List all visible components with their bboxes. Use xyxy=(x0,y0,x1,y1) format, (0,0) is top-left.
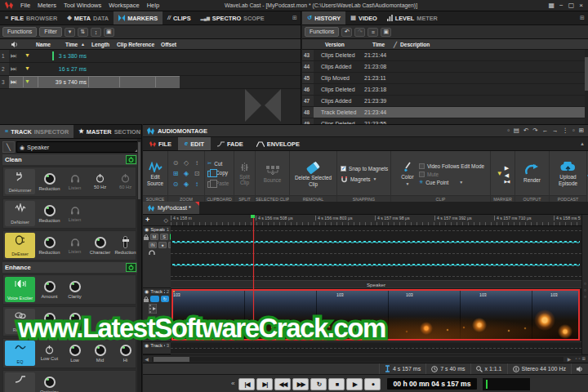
forward-button[interactable]: ▶▶ xyxy=(292,378,309,390)
col-offset[interactable]: Offset xyxy=(161,42,176,47)
panel-options-icon[interactable]: ⊞ xyxy=(577,11,588,24)
lock-icon[interactable] xyxy=(144,234,149,240)
solo-button[interactable]: S xyxy=(160,234,168,240)
color-dropdown[interactable]: Color ▼ xyxy=(398,162,417,186)
history-row[interactable]: 44 Clips Added 21:23:08 xyxy=(302,61,588,73)
cut-button[interactable]: ✂Cut xyxy=(207,161,222,167)
col-time[interactable]: Time xyxy=(372,42,385,47)
ribbon-tab-edit[interactable]: e EDIT xyxy=(178,137,211,150)
col-time[interactable]: Time xyxy=(65,42,78,47)
zoom-in-icon[interactable]: ○ xyxy=(584,282,586,286)
stop-button[interactable]: ■ xyxy=(328,378,345,390)
rewind-button[interactable]: ◀◀ xyxy=(274,378,291,390)
marker-pair-icon[interactable]: ▶◀ xyxy=(505,180,510,184)
history-scrollbar[interactable] xyxy=(585,50,588,124)
playhead-marker[interactable] xyxy=(251,215,255,218)
marker-triangle-icon[interactable]: ▼ xyxy=(24,65,30,71)
ribbon-tab-envelope[interactable]: ENVELOPE xyxy=(250,137,306,150)
clean-power-icon[interactable] xyxy=(126,155,136,164)
dehummer-50hz-toggle[interactable]: 50 Hz xyxy=(87,174,113,189)
audio-format-status[interactable]: Stereo 44 100 Hz xyxy=(507,363,571,374)
record-button[interactable]: ● xyxy=(364,378,381,390)
zoom-ratio-status[interactable]: x 1:1.1 xyxy=(470,363,507,374)
clean-section-header[interactable]: Clean xyxy=(2,154,139,165)
tab-level-meter[interactable]: LEVELMETER xyxy=(382,11,443,24)
close-icon[interactable]: × xyxy=(579,2,583,9)
col-clip-reference[interactable]: Clip Reference xyxy=(117,42,154,47)
tab-clips[interactable]: // CLIPS xyxy=(163,11,196,24)
video-refresh-button[interactable]: ↻ xyxy=(161,296,170,302)
customize-icon[interactable]: ▣ xyxy=(104,28,114,37)
functions-button[interactable]: Functions xyxy=(305,27,339,37)
zoom-selection-icon[interactable]: ⊙ xyxy=(173,160,179,167)
zoom-area-icon[interactable]: ◈ xyxy=(184,171,189,177)
tab-spectroscope[interactable]: ▂▄▆ SPECTROSCOPE xyxy=(196,11,270,24)
voice-exciter-toggle[interactable]: Voice Exciter xyxy=(5,277,35,302)
ribbon-tab-file[interactable]: FILE xyxy=(143,137,178,150)
redo-icon[interactable]: ↷ xyxy=(532,127,537,134)
zoom-reset-icon[interactable]: ↕ xyxy=(195,160,198,167)
col-name[interactable]: Name xyxy=(36,42,51,47)
dehummer-listen-button[interactable]: Listen xyxy=(62,174,87,190)
menu-more-icon[interactable]: ⋮ xyxy=(563,127,569,134)
zoom-fit-icon[interactable]: ○ xyxy=(584,295,586,299)
col-description[interactable]: Description xyxy=(400,42,430,47)
paste-button[interactable]: Paste xyxy=(207,179,229,188)
ribbon-tab-fade[interactable]: FADE xyxy=(211,137,250,150)
history-row[interactable]: 45 Clip Moved 21:23:11 xyxy=(302,73,588,84)
input-button[interactable]: IN xyxy=(149,242,157,248)
eq-lowcut-toggle[interactable]: Low Cut xyxy=(37,345,62,361)
cue-point-dropdown[interactable]: ✳ Cue Point ▼ xyxy=(419,180,463,185)
zoom-out-icon[interactable]: ○ xyxy=(584,288,586,292)
layout-icon[interactable]: ⊞ xyxy=(579,127,584,134)
tab-meta-data[interactable]: ◆ METADATA xyxy=(62,11,114,24)
track-state-icon[interactable]: ◉ xyxy=(145,227,149,232)
edit-target-icon[interactable]: ╲ xyxy=(2,141,15,153)
minimize-icon[interactable]: − xyxy=(559,2,564,9)
ribbon-collapse-icon[interactable]: ▴ xyxy=(577,137,588,150)
marker-row[interactable]: 1 |▶▶| ▼ 3 s 380 ms xyxy=(0,50,301,63)
zoom-magnify-icon[interactable]: ⊙ xyxy=(173,181,179,188)
audition-column-icon[interactable] xyxy=(11,42,17,47)
zoom-audio-icon[interactable]: ◈ xyxy=(184,181,189,188)
edit-source-button[interactable]: Edit Source xyxy=(144,162,167,186)
menu-tool-windows[interactable]: Tool Windows xyxy=(64,2,101,9)
restore-icon[interactable]: ▢ xyxy=(568,2,575,9)
track-state-icon[interactable]: ◉ xyxy=(145,289,149,294)
history-row[interactable]: 48 Track Deleted 21:23:44 xyxy=(302,107,588,118)
delete-selected-clip-button[interactable]: Delete Selected Clip xyxy=(292,161,335,187)
eq-toggle[interactable]: EQ xyxy=(5,341,35,366)
copy-button[interactable]: Copy xyxy=(207,168,228,177)
undo-icon[interactable]: ↶ xyxy=(341,28,352,37)
scrollbar-thumb[interactable] xyxy=(154,357,189,362)
track4-lane[interactable] xyxy=(171,342,581,354)
tab-history[interactable]: ↺ HISTORY xyxy=(302,11,345,24)
marker-type-icon[interactable]: ▾ xyxy=(65,28,75,37)
marker-end-icon[interactable]: ◀ xyxy=(505,172,509,178)
scrollbar-track[interactable] xyxy=(152,357,564,362)
zoom-vertical-icon[interactable]: ⊡ xyxy=(194,171,200,177)
exciter-clarity-knob[interactable]: Clarity xyxy=(62,281,87,299)
horizontal-scrollbar[interactable]: ◀ ▶ ▫ ▫ ⊞ xyxy=(143,354,588,363)
history-row[interactable]: 49 Clips Deleted 21:23:55 xyxy=(302,118,588,124)
functions-button[interactable]: Functions xyxy=(2,27,37,37)
track1-header[interactable]: ◉Speaker1 M S ◉ IN ● ◀ xyxy=(143,226,171,288)
eq-mid-knob[interactable]: Mid xyxy=(87,345,113,363)
transport-time-display[interactable]: 00 h 00 mn 04 s 157 ms xyxy=(387,378,476,390)
menu-meters[interactable]: Meters xyxy=(38,2,56,9)
eq-hi-knob[interactable]: Hi xyxy=(113,345,138,363)
dehummer-60hz-toggle[interactable]: 60 Hz xyxy=(113,174,138,189)
nav-back-icon[interactable]: ← xyxy=(542,127,549,134)
bounce-button[interactable]: Bounce xyxy=(264,165,282,183)
eq-low-knob[interactable]: Low xyxy=(62,345,87,363)
magnets-dropdown[interactable]: Magnets ▼ xyxy=(341,176,376,183)
montage-length-status[interactable]: 7 s 40 ms xyxy=(425,363,470,374)
open-icon[interactable]: ▤ xyxy=(514,127,519,134)
video-mode-button[interactable] xyxy=(150,296,159,302)
exciter-amount-knob[interactable]: Amount xyxy=(37,281,62,299)
monitor-output-icon[interactable] xyxy=(571,363,588,374)
menu-workspace[interactable]: Workspace xyxy=(109,2,139,9)
deesser-reduction-fader[interactable]: Reduction xyxy=(113,236,138,255)
new-window-icon[interactable]: ▫ xyxy=(507,127,510,134)
marker-triangle-icon[interactable]: ▼ xyxy=(24,52,30,58)
